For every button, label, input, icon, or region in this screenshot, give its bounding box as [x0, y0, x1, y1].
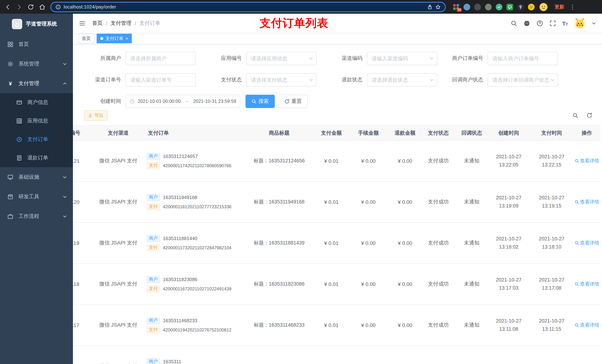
reset-button-label: 重置	[291, 98, 302, 105]
filter-pay-status: 支付状态	[205, 73, 325, 87]
paid-time: 13:17:08	[530, 284, 573, 292]
magnifier-icon	[574, 323, 579, 327]
search-icon[interactable]	[510, 20, 517, 27]
url-text[interactable]: localhost:1024/pay/order	[64, 4, 424, 10]
channel-order-no-input[interactable]	[126, 73, 196, 87]
logo-avatar	[12, 19, 22, 29]
pay-channel: 微信 JSAPI 支付	[90, 346, 147, 364]
merchant-tag: 商户	[147, 358, 160, 364]
yen-icon: ¥	[7, 80, 13, 87]
pay-channel: 微信 JSAPI 支付	[90, 140, 147, 181]
sidebar-item-infra[interactable]: 基础设施	[0, 167, 73, 187]
sidebar-item-devtools[interactable]: 研发工具	[0, 187, 73, 207]
active-dot-icon	[100, 37, 103, 40]
breadcrumb-home[interactable]: 首页	[92, 20, 103, 27]
notify-status-select[interactable]	[488, 73, 558, 87]
search-icon	[251, 99, 257, 104]
browser-menu-icon[interactable]: ⋮	[570, 3, 575, 10]
close-icon[interactable]: ×	[126, 36, 128, 41]
paid-date: 2021-10-27	[530, 317, 573, 325]
font-size-icon[interactable]: TT	[562, 21, 568, 26]
sidebar-item-payment[interactable]: ¥ 支付管理	[0, 74, 73, 93]
refund-amount	[389, 346, 420, 364]
extension-dark-icon[interactable]	[474, 3, 481, 10]
refresh-icon[interactable]	[586, 113, 592, 118]
merchant-order-no-input[interactable]	[488, 52, 558, 65]
filter-label: 支付状态	[205, 77, 246, 83]
extension-badge: 10	[457, 8, 462, 12]
github-icon[interactable]	[523, 20, 530, 27]
sidebar-item-workflow[interactable]: 工作流程	[0, 207, 73, 226]
fullscreen-icon[interactable]	[549, 20, 556, 27]
sidebar-item-merchant-info[interactable]: 商户信息	[0, 93, 73, 112]
pay-channel: 微信 JSAPI 支付	[90, 264, 147, 305]
view-detail-link[interactable]: 查看详情	[574, 240, 599, 246]
browser-update-button[interactable]: 更新	[555, 3, 564, 10]
view-detail-label: 查看详情	[580, 240, 599, 246]
share-icon[interactable]	[427, 4, 432, 10]
extension-chat-icon[interactable]	[506, 3, 513, 10]
table-header-row: 编号 支付渠道 支付订单 商品标题 支付金额 手续金额 退款金额 支付状态 回调…	[73, 125, 601, 140]
gear-icon	[7, 61, 13, 67]
user-avatar[interactable]	[574, 18, 585, 29]
action-cell: 查看详情	[573, 181, 601, 222]
view-detail-label: 查看详情	[580, 322, 599, 329]
extension-smiley-icon[interactable]	[528, 3, 535, 10]
extension-drop-icon[interactable]	[463, 3, 470, 10]
paid-time-cell	[530, 346, 573, 364]
refund-status-select[interactable]	[367, 73, 437, 87]
tags-view: 首页 支付订单 ×	[73, 33, 602, 44]
merchant-select[interactable]	[126, 52, 196, 65]
reset-button[interactable]: 重置	[279, 95, 308, 108]
created-time: 13:18:02	[487, 243, 530, 251]
hamburger-icon[interactable]	[79, 20, 86, 27]
extension-grid-icon[interactable]: 10	[453, 3, 460, 10]
search-button[interactable]: 搜索	[246, 95, 275, 108]
browser-extensions: 10	[453, 3, 535, 10]
paid-time: 13:11:15	[530, 325, 573, 333]
tab-home[interactable]: 首页	[78, 34, 94, 43]
chevron-down-icon	[63, 194, 67, 199]
pay-status: 支付成功	[420, 264, 456, 305]
caret-down-icon[interactable]	[592, 21, 596, 26]
sidebar-item-refund-order[interactable]: 退款订单	[0, 149, 73, 167]
sidebar-item-app-info[interactable]: 应用信息	[0, 112, 73, 130]
home-icon[interactable]	[39, 3, 45, 10]
extension-check-icon[interactable]	[496, 3, 502, 10]
notify-status: 未通知	[456, 264, 487, 305]
chevron-down-icon	[63, 175, 67, 179]
merchant-tag: 商户	[147, 317, 160, 324]
view-detail-link[interactable]: 查看详情	[574, 322, 599, 329]
filter-app-no: 应用编号	[205, 52, 325, 65]
sidebar-item-pay-order[interactable]: 支付订单	[0, 130, 73, 149]
info-icon[interactable]	[55, 4, 61, 10]
extension-pin-icon[interactable]	[517, 3, 524, 10]
browser-profile-avatar[interactable]	[539, 3, 548, 11]
tab-pay-order[interactable]: 支付订单 ×	[97, 34, 132, 43]
notify-status: 未通知	[456, 305, 487, 346]
forward-icon[interactable]	[16, 3, 22, 10]
extension-olive-icon[interactable]	[485, 3, 492, 10]
reload-icon[interactable]	[27, 3, 34, 10]
view-detail-link[interactable]: 查看详情	[574, 199, 599, 205]
app-no-select[interactable]	[246, 52, 317, 65]
chevron-up-icon	[63, 81, 67, 86]
sidebar-item-system[interactable]: 系统管理	[0, 54, 73, 74]
sidebar-item-home[interactable]: 首页	[0, 34, 73, 54]
export-button[interactable]: 导出	[84, 110, 107, 121]
view-detail-link[interactable]: 查看详情	[574, 281, 599, 287]
help-icon[interactable]	[536, 20, 543, 27]
pay-status-select[interactable]	[246, 73, 317, 87]
date-range-input[interactable]: 2021-10-01 00:00:00 - 2021-10-31 23:59:5…	[126, 95, 240, 108]
back-icon[interactable]	[4, 3, 11, 10]
toggle-search-icon[interactable]	[572, 113, 578, 118]
breadcrumb-current: 支付订单	[140, 20, 160, 27]
action-cell: 查看详情	[573, 140, 601, 181]
channel-code-select[interactable]	[367, 52, 437, 65]
bookmark-star-icon[interactable]	[435, 4, 441, 10]
address-bar[interactable]: localhost:1024/pay/order	[50, 2, 446, 12]
breadcrumb-payment[interactable]: 支付管理	[111, 20, 131, 27]
col-channel: 支付渠道	[90, 125, 147, 140]
view-detail-link[interactable]: 查看详情	[574, 157, 599, 164]
filter-channel-code: 渠道编码	[325, 52, 446, 65]
